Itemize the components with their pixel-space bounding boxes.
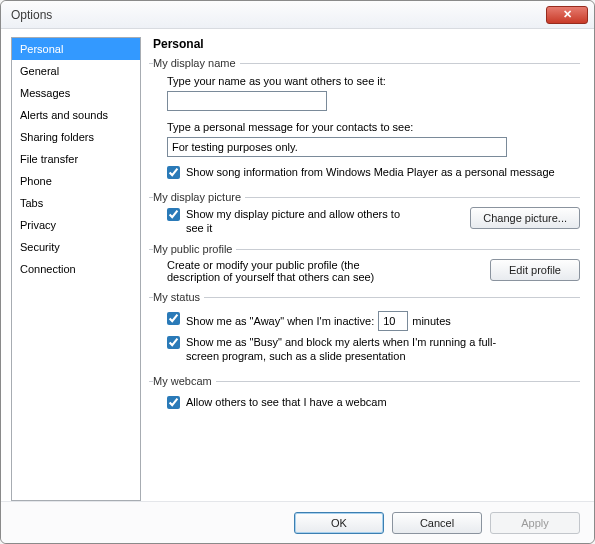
- cancel-button[interactable]: Cancel: [392, 512, 482, 534]
- button-label: OK: [331, 517, 347, 529]
- sidebar-item-label: Messages: [20, 87, 70, 99]
- sidebar-item-privacy[interactable]: Privacy: [12, 214, 140, 236]
- personal-message-input[interactable]: [167, 137, 507, 157]
- sidebar-item-security[interactable]: Security: [12, 236, 140, 258]
- sidebar-item-messages[interactable]: Messages: [12, 82, 140, 104]
- group-display-picture: My display picture Show my display pictu…: [149, 191, 580, 235]
- show-song-label: Show song information from Windows Media…: [186, 165, 555, 179]
- webcam-checkbox[interactable]: [167, 396, 180, 409]
- personal-message-prompt: Type a personal message for your contact…: [167, 121, 580, 133]
- sidebar-item-label: Sharing folders: [20, 131, 94, 143]
- edit-profile-button[interactable]: Edit profile: [490, 259, 580, 281]
- display-name-input[interactable]: [167, 91, 327, 111]
- sidebar-item-label: Tabs: [20, 197, 43, 209]
- display-name-prompt: Type your name as you want others to see…: [167, 75, 580, 87]
- sidebar-item-general[interactable]: General: [12, 60, 140, 82]
- main-panel: Personal My display name Type your name …: [149, 37, 584, 501]
- page-title: Personal: [153, 37, 580, 51]
- group-legend: My display name: [153, 57, 240, 69]
- sidebar-item-label: Connection: [20, 263, 76, 275]
- group-legend: My webcam: [153, 375, 216, 387]
- group-display-name: My display name Type your name as you wa…: [149, 57, 580, 183]
- public-profile-desc: Create or modify your public profile (th…: [167, 259, 397, 283]
- sidebar-item-label: File transfer: [20, 153, 78, 165]
- busy-label: Show me as "Busy" and block my alerts wh…: [186, 335, 526, 363]
- sidebar-item-label: Alerts and sounds: [20, 109, 108, 121]
- button-label: Apply: [521, 517, 549, 529]
- away-prefix: Show me as "Away" when I'm inactive:: [186, 314, 374, 328]
- titlebar: Options ✕: [1, 1, 594, 29]
- sidebar-item-filetransfer[interactable]: File transfer: [12, 148, 140, 170]
- away-suffix: minutes: [412, 314, 451, 328]
- busy-checkbox[interactable]: [167, 336, 180, 349]
- sidebar-item-tabs[interactable]: Tabs: [12, 192, 140, 214]
- sidebar-item-label: Personal: [20, 43, 63, 55]
- group-status: My status Show me as "Away" when I'm ina…: [149, 291, 580, 367]
- sidebar-item-personal[interactable]: Personal: [12, 38, 140, 60]
- group-legend: My display picture: [153, 191, 245, 203]
- close-icon: ✕: [563, 9, 572, 20]
- group-webcam: My webcam Allow others to see that I hav…: [149, 375, 580, 413]
- webcam-label: Allow others to see that I have a webcam: [186, 395, 387, 409]
- options-dialog: Options ✕ Personal General Messages Aler…: [0, 0, 595, 544]
- sidebar-item-sharing[interactable]: Sharing folders: [12, 126, 140, 148]
- change-picture-button[interactable]: Change picture...: [470, 207, 580, 229]
- window-title: Options: [11, 8, 52, 22]
- category-list: Personal General Messages Alerts and sou…: [11, 37, 141, 501]
- show-song-checkbox[interactable]: [167, 166, 180, 179]
- button-label: Edit profile: [509, 264, 561, 276]
- ok-button[interactable]: OK: [294, 512, 384, 534]
- sidebar-item-label: Privacy: [20, 219, 56, 231]
- sidebar-item-label: Phone: [20, 175, 52, 187]
- away-checkbox[interactable]: [167, 312, 180, 325]
- sidebar-item-label: General: [20, 65, 59, 77]
- group-legend: My public profile: [153, 243, 236, 255]
- button-label: Cancel: [420, 517, 454, 529]
- sidebar-item-connection[interactable]: Connection: [12, 258, 140, 280]
- group-public-profile: My public profile Create or modify your …: [149, 243, 580, 283]
- sidebar-item-alerts[interactable]: Alerts and sounds: [12, 104, 140, 126]
- show-picture-checkbox[interactable]: [167, 208, 180, 221]
- close-button[interactable]: ✕: [546, 6, 588, 24]
- away-minutes-input[interactable]: [378, 311, 408, 331]
- content-area: Personal General Messages Alerts and sou…: [1, 29, 594, 501]
- show-picture-label: Show my display picture and allow others…: [186, 207, 416, 235]
- apply-button[interactable]: Apply: [490, 512, 580, 534]
- sidebar-item-label: Security: [20, 241, 60, 253]
- button-label: Change picture...: [483, 212, 567, 224]
- group-legend: My status: [153, 291, 204, 303]
- sidebar-item-phone[interactable]: Phone: [12, 170, 140, 192]
- dialog-buttons: OK Cancel Apply: [1, 501, 594, 543]
